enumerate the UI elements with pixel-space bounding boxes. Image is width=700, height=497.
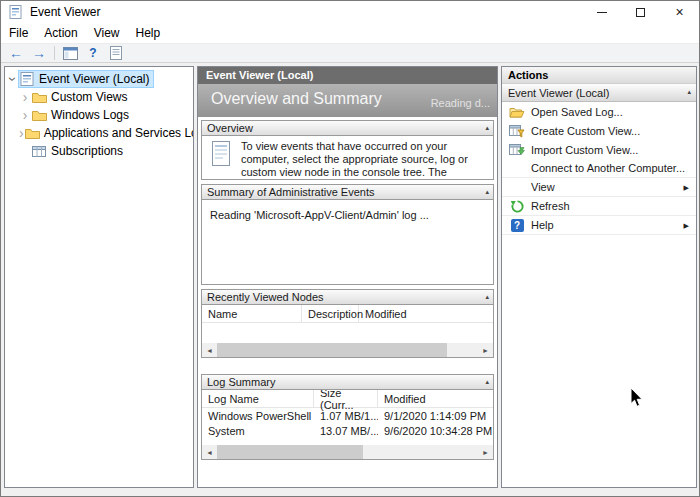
toolbar: ← → ? [1, 43, 699, 63]
menu-file[interactable]: File [1, 24, 36, 42]
tree-item-label: Custom Views [51, 90, 127, 104]
cell-log-name: Windows PowerShell [202, 410, 314, 422]
console-tree-pane: › Event Viewer (Local) › Custom Views [4, 66, 194, 488]
column-header-log-name[interactable]: Log Name [202, 390, 314, 408]
log-summary-header[interactable]: Log Summary ▴ [201, 374, 494, 390]
action-connect-to-another-computer[interactable]: Connect to Another Computer... [502, 159, 696, 178]
close-icon: × [675, 4, 683, 20]
scroll-left-icon[interactable]: ◄ [202, 343, 217, 357]
menu-view[interactable]: View [86, 24, 128, 42]
subscriptions-icon [32, 145, 47, 158]
submenu-arrow-icon: ▶ [684, 184, 689, 192]
column-header-modified[interactable]: Modified [359, 305, 493, 323]
help-toolbar-button[interactable]: ? [83, 45, 103, 62]
maximize-icon [636, 8, 645, 17]
custom-view-icon [509, 124, 525, 138]
back-icon: ← [9, 46, 23, 60]
mouse-cursor [630, 387, 644, 408]
recent-nodes-hscrollbar[interactable]: ◄ ► [202, 343, 493, 357]
section-title: Summary of Administrative Events [207, 186, 375, 198]
admin-summary-header[interactable]: Summary of Administrative Events ▴ [201, 184, 494, 200]
icon-placeholder [509, 179, 525, 195]
log-summary-hscrollbar[interactable]: ◄ ► [202, 445, 493, 459]
back-button[interactable]: ← [6, 45, 26, 62]
tree-item-label: Applications and Services Logs [44, 126, 194, 140]
collapse-icon[interactable]: ▴ [485, 188, 489, 196]
forward-button[interactable]: → [29, 45, 49, 62]
show-console-tree-button[interactable] [60, 45, 80, 62]
tree-item-label: Subscriptions [51, 144, 123, 158]
recent-nodes-header[interactable]: Recently Viewed Nodes ▴ [201, 289, 494, 305]
recent-nodes-section: Recently Viewed Nodes ▴ Name Description… [201, 289, 494, 358]
action-label: Connect to Another Computer... [531, 162, 685, 174]
chevron-expanded-icon[interactable]: › [7, 73, 19, 85]
tree-item-label: Event Viewer (Local) [39, 72, 150, 86]
scroll-thumb[interactable] [217, 445, 363, 459]
log-summary-section: Log Summary ▴ Log Name Size (Curr... Mod… [201, 374, 494, 460]
collapse-icon[interactable]: ▴ [485, 378, 489, 386]
banner-status: Reading d... [431, 97, 490, 109]
collapse-icon[interactable]: ▴ [485, 293, 489, 301]
scroll-thumb[interactable] [217, 343, 447, 357]
minimize-button[interactable] [582, 1, 621, 23]
tree-item-windows-logs[interactable]: › Windows Logs [5, 106, 193, 124]
scroll-left-icon[interactable]: ◄ [202, 445, 217, 459]
collapse-icon[interactable]: ▴ [687, 88, 691, 96]
scroll-track[interactable] [217, 343, 478, 357]
overview-text: To view events that have occurred on you… [241, 140, 487, 179]
maximize-button[interactable] [621, 1, 660, 23]
collapse-icon[interactable]: ▴ [485, 124, 489, 132]
menu-help[interactable]: Help [128, 24, 169, 42]
menu-action[interactable]: Action [36, 24, 85, 42]
log-summary-body: Log Name Size (Curr... Modified Windows … [201, 390, 494, 460]
cell-size: 1.07 MB/1... [314, 410, 378, 422]
event-viewer-window: Event Viewer × File Action View Help ← →… [0, 0, 700, 497]
column-header-name[interactable]: Name [202, 305, 302, 323]
cell-modified: 9/6/2020 10:34:28 PM [378, 425, 493, 437]
action-help[interactable]: ? Help ▶ [502, 216, 696, 235]
chevron-right-icon[interactable]: › [19, 91, 31, 103]
action-label: Import Custom View... [531, 144, 638, 156]
actions-pane: Actions Event Viewer (Local) ▴ Open Save… [501, 66, 697, 488]
close-button[interactable]: × [660, 1, 699, 23]
action-label: Refresh [531, 200, 570, 212]
action-label: View [531, 181, 555, 193]
action-open-saved-log[interactable]: Open Saved Log... [502, 102, 696, 121]
action-view[interactable]: View ▶ [502, 178, 696, 197]
scroll-right-icon[interactable]: ► [478, 445, 493, 459]
banner-title: Overview and Summary [211, 90, 382, 108]
folder-icon [25, 127, 40, 140]
tree-selection[interactable]: Event Viewer (Local) [19, 71, 153, 87]
actions-pane-title: Actions [502, 67, 696, 84]
log-row-windows-powershell[interactable]: Windows PowerShell 1.07 MB/1... 9/1/2020… [202, 408, 493, 423]
forward-icon: → [32, 46, 46, 60]
column-header-modified[interactable]: Modified [378, 390, 493, 408]
log-row-system[interactable]: System 13.07 MB/... 9/6/2020 10:34:28 PM [202, 423, 493, 438]
recent-nodes-column-headers: Name Description Modified [202, 305, 493, 323]
chevron-right-icon[interactable]: › [19, 109, 31, 121]
action-refresh[interactable]: Refresh [502, 197, 696, 216]
overview-banner: Overview and Summary Reading d... [198, 84, 497, 117]
actions-group-header[interactable]: Event Viewer (Local) ▴ [502, 84, 696, 102]
tree-item-applications-services-logs[interactable]: › Applications and Services Logs [5, 124, 193, 142]
title-bar[interactable]: Event Viewer × [1, 1, 699, 23]
overview-section-header[interactable]: Overview ▴ [201, 120, 494, 136]
tree-item-event-viewer-local[interactable]: › Event Viewer (Local) [5, 70, 193, 88]
window-title: Event Viewer [30, 5, 100, 19]
tree-item-subscriptions[interactable]: Subscriptions [5, 142, 193, 160]
export-list-button[interactable] [106, 45, 126, 62]
action-import-custom-view[interactable]: Import Custom View... [502, 140, 696, 159]
column-header-size[interactable]: Size (Curr... [314, 390, 378, 408]
tree-item-custom-views[interactable]: › Custom Views [5, 88, 193, 106]
scroll-track[interactable] [217, 445, 478, 459]
scroll-right-icon[interactable]: ► [478, 343, 493, 357]
action-label: Help [531, 219, 554, 231]
action-create-custom-view[interactable]: Create Custom View... [502, 121, 696, 140]
results-pane-title: Event Viewer (Local) [198, 67, 497, 84]
results-pane: Event Viewer (Local) Overview and Summar… [197, 66, 498, 488]
tree-item-label: Windows Logs [51, 108, 129, 122]
section-title: Overview [207, 122, 253, 134]
refresh-icon [510, 199, 525, 214]
overview-section-body: To view events that have occurred on you… [201, 136, 494, 180]
column-header-description[interactable]: Description [302, 305, 359, 323]
